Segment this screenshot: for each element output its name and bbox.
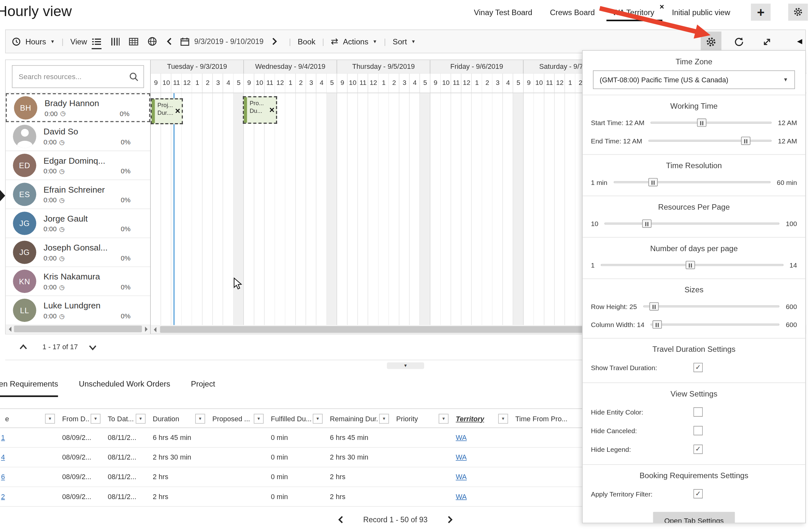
territory-link[interactable]: WA bbox=[456, 434, 467, 442]
refresh-button[interactable] bbox=[729, 31, 749, 52]
previous-dates-button[interactable] bbox=[165, 36, 173, 46]
booking-block[interactable]: Proj... Dur.... × bbox=[151, 99, 183, 124]
expand-left-panel-icon[interactable] bbox=[0, 190, 5, 201]
table-row[interactable]: 6 08/09/2... 08/11/2... 2 hrs 0 min 2 hr… bbox=[0, 467, 587, 487]
days-per-page-slider[interactable] bbox=[601, 261, 783, 270]
hide-canceled-checkbox[interactable] bbox=[693, 426, 703, 436]
search-icon[interactable] bbox=[129, 72, 139, 82]
add-board-button[interactable]: + bbox=[751, 3, 770, 20]
resource-row[interactable]: ES Efrain Schreiner 0:00◷0% bbox=[6, 180, 150, 209]
scrollbar-thumb[interactable] bbox=[14, 325, 142, 332]
tab-wa-territory[interactable]: WA Territory × bbox=[612, 8, 654, 16]
apply-territory-filter-checkbox[interactable]: ✓ bbox=[693, 489, 703, 498]
tab-project[interactable]: Project bbox=[191, 380, 215, 397]
column-filter-button[interactable]: ▼ bbox=[498, 414, 508, 424]
resources-per-page-slider[interactable] bbox=[605, 219, 780, 228]
table-row[interactable]: 2 08/09/2... 08/11/2... 2 hrs 0 min 2 hr… bbox=[0, 487, 587, 507]
page-down-button[interactable] bbox=[87, 342, 98, 352]
time-resolution-slider[interactable] bbox=[613, 177, 770, 187]
actions-dropdown[interactable]: ⇄ Actions ▼ bbox=[331, 36, 377, 47]
slider-handle[interactable] bbox=[642, 219, 651, 228]
sort-dropdown[interactable]: Sort ▼ bbox=[393, 37, 416, 46]
resource-row[interactable]: LL Luke Lundgren 0:00◷0% bbox=[6, 296, 150, 325]
booking-block[interactable]: Pro... Du... × bbox=[243, 96, 277, 123]
scrollbar-thumb[interactable] bbox=[160, 326, 590, 333]
resource-row[interactable]: ED Edgar Dominq... 0:00◷0% bbox=[6, 151, 150, 180]
column-filter-button[interactable]: ▼ bbox=[439, 414, 449, 424]
page-up-button[interactable] bbox=[18, 342, 29, 352]
table-row[interactable]: 1 08/09/2... 08/11/2... 6 hrs 45 min 0 m… bbox=[0, 428, 587, 447]
date-range-picker[interactable]: 9/3/2019 - 9/10/2019 bbox=[180, 37, 264, 46]
scroll-right-arrow[interactable] bbox=[142, 324, 150, 333]
table-row[interactable]: 4 08/09/2... 08/11/2... 2 hrs 30 min 0 m… bbox=[0, 447, 587, 467]
scheduler-settings-button[interactable] bbox=[701, 31, 721, 52]
column-width-slider[interactable] bbox=[651, 320, 780, 329]
column-width-row: Column Width: 14 600 bbox=[583, 317, 805, 332]
open-tab-settings-button[interactable]: Open Tab Settings bbox=[653, 512, 735, 523]
column-filter-button[interactable]: ▼ bbox=[45, 414, 55, 424]
tab-initial-public-view[interactable]: Initial public view bbox=[672, 8, 730, 16]
resource-row[interactable]: JG Jorge Gault 0:00◷0% bbox=[6, 209, 150, 238]
show-travel-duration-checkbox[interactable]: ✓ bbox=[693, 363, 703, 372]
slider-handle[interactable] bbox=[652, 320, 662, 329]
column-filter-button[interactable]: ▼ bbox=[195, 414, 205, 424]
resource-row[interactable]: David So 0:00◷0% bbox=[6, 122, 150, 151]
board-settings-button[interactable] bbox=[788, 3, 808, 20]
map-view-button[interactable] bbox=[148, 36, 157, 46]
previous-page-button[interactable] bbox=[337, 515, 345, 524]
requirement-link[interactable]: 1 bbox=[1, 434, 5, 442]
scroll-left-arrow[interactable] bbox=[6, 324, 14, 333]
slider-handle[interactable] bbox=[741, 137, 751, 145]
hide-entity-color-checkbox[interactable] bbox=[693, 408, 703, 417]
slider-handle[interactable] bbox=[686, 261, 695, 269]
day-header[interactable]: Thursday - 9/5/2019 bbox=[337, 60, 430, 74]
column-filter-button[interactable]: ▼ bbox=[379, 414, 389, 424]
tab-unscheduled-work-orders[interactable]: Unscheduled Work Orders bbox=[79, 380, 170, 397]
book-button[interactable]: Book bbox=[298, 37, 316, 46]
time-mode-dropdown[interactable]: Hours ▼ bbox=[12, 37, 55, 46]
timeline-view-button[interactable] bbox=[111, 38, 120, 45]
close-tab-icon[interactable]: × bbox=[659, 2, 664, 11]
requirement-link[interactable]: 6 bbox=[1, 473, 5, 481]
resource-row[interactable]: BH Brady Hannon 0:00◷0% bbox=[6, 93, 150, 122]
row-height-slider[interactable] bbox=[643, 302, 780, 311]
list-view-button[interactable] bbox=[92, 38, 102, 49]
time-zone-select[interactable]: (GMT-08:00) Pacific Time (US & Canada) ▼ bbox=[593, 70, 795, 89]
requirement-link[interactable]: 2 bbox=[1, 493, 5, 500]
slider-handle[interactable] bbox=[649, 302, 658, 311]
column-filter-button[interactable]: ▼ bbox=[136, 414, 146, 424]
requirement-link[interactable]: 4 bbox=[1, 453, 5, 461]
column-filter-button[interactable]: ▼ bbox=[313, 414, 323, 424]
remove-booking-icon[interactable]: × bbox=[175, 106, 180, 116]
end-time-slider[interactable] bbox=[648, 136, 772, 145]
next-page-button[interactable] bbox=[446, 515, 453, 524]
hide-legend-checkbox[interactable]: ✓ bbox=[693, 445, 703, 454]
resource-panel-scrollbar[interactable] bbox=[6, 324, 150, 333]
tab-vinay-test-board[interactable]: Vinay Test Board bbox=[474, 8, 533, 16]
day-header[interactable]: Tuesday - 9/3/2019 bbox=[151, 60, 244, 74]
territory-link[interactable]: WA bbox=[456, 493, 467, 500]
column-filter-button[interactable]: ▼ bbox=[91, 414, 101, 424]
remove-booking-icon[interactable]: × bbox=[270, 105, 275, 115]
territory-link[interactable]: WA bbox=[456, 473, 467, 481]
next-dates-button[interactable] bbox=[271, 36, 278, 46]
hide-legend-label: Hide Legend: bbox=[591, 445, 631, 453]
start-time-slider[interactable] bbox=[651, 118, 772, 127]
tab-crews-board[interactable]: Crews Board bbox=[550, 8, 595, 16]
collapse-panel-icon[interactable]: ◀ bbox=[797, 37, 802, 45]
slider-handle[interactable] bbox=[697, 119, 706, 127]
time-resolution-min: 1 min bbox=[591, 178, 607, 186]
fullscreen-button[interactable] bbox=[757, 31, 777, 52]
tab-open-requirements[interactable]: Open Requirements bbox=[0, 380, 58, 397]
day-header[interactable]: Friday - 9/6/2019 bbox=[430, 60, 524, 74]
slider-handle[interactable] bbox=[648, 178, 658, 187]
splitter-handle[interactable]: ▼ bbox=[387, 363, 424, 369]
table-view-button[interactable] bbox=[129, 38, 138, 45]
column-filter-button[interactable]: ▼ bbox=[254, 414, 264, 424]
search-input[interactable] bbox=[12, 65, 144, 88]
resource-row[interactable]: KN Kris Nakamura 0:00◷0% bbox=[6, 267, 150, 296]
scroll-left-arrow[interactable] bbox=[151, 325, 159, 334]
resource-row[interactable]: JG Joseph Gonsal... 0:00◷0% bbox=[6, 238, 150, 267]
territory-link[interactable]: WA bbox=[456, 453, 467, 461]
day-header[interactable]: Wednesday - 9/4/2019 bbox=[244, 60, 337, 74]
